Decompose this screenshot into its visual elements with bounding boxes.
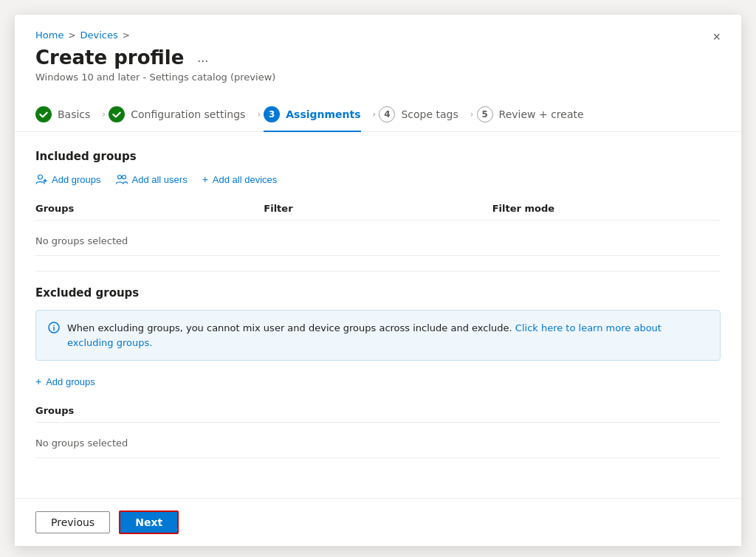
col-filter-mode: Filter mode [492, 203, 721, 214]
modal-footer: Previous Next [15, 498, 741, 546]
step-scope-circle: 4 [379, 106, 395, 122]
step-basics[interactable]: Basics [35, 97, 102, 131]
step-sep-2: › [257, 109, 261, 120]
ellipsis-button[interactable]: ... [193, 49, 213, 67]
step-configuration[interactable]: Configuration settings [109, 97, 257, 131]
add-excluded-groups-icon: + [35, 376, 41, 387]
excluded-groups-title: Excluded groups [35, 286, 721, 300]
add-groups-label: Add groups [52, 174, 101, 185]
page-title: Create profile [35, 46, 184, 69]
stepper: Basics › Configuration settings › 3 Assi… [15, 97, 741, 132]
svg-point-0 [38, 175, 43, 179]
section-divider [35, 271, 721, 271]
breadcrumb-sep1: > [68, 30, 75, 41]
step-assignments-label: Assignments [286, 108, 360, 120]
modal-content: Included groups Add groups Add [15, 132, 741, 498]
col-groups: Groups [35, 203, 264, 214]
step-assignments[interactable]: 3 Assignments [264, 97, 372, 131]
step-scope[interactable]: 4 Scope tags [379, 97, 470, 131]
step-sep-3: › [373, 109, 377, 120]
step-sep-1: › [102, 109, 106, 120]
step-review-circle: 5 [477, 106, 493, 122]
included-groups-actions: Add groups Add all users + Add all devic… [35, 173, 721, 185]
breadcrumb-devices[interactable]: Devices [80, 30, 117, 41]
step-sep-4: › [470, 109, 474, 120]
breadcrumb: Home > Devices > [35, 30, 721, 41]
step-basics-label: Basics [58, 108, 90, 120]
add-excluded-groups-button[interactable]: + Add groups [35, 376, 95, 387]
included-groups-table-header: Groups Filter Filter mode [35, 197, 721, 221]
svg-rect-5 [53, 325, 55, 327]
create-profile-modal: Home > Devices > Create profile ... Wind… [15, 15, 741, 546]
add-all-devices-label: Add all devices [213, 174, 277, 185]
previous-button[interactable]: Previous [35, 511, 110, 533]
add-all-users-button[interactable]: Add all users [116, 173, 188, 185]
add-all-users-icon [116, 173, 128, 185]
breadcrumb-sep2: > [123, 30, 130, 41]
excluded-groups-empty: No groups selected [35, 429, 721, 458]
included-groups-empty: No groups selected [35, 226, 721, 256]
info-icon [48, 322, 60, 336]
add-excluded-groups-label: Add groups [46, 376, 95, 387]
included-groups-title: Included groups [35, 150, 721, 163]
step-scope-label: Scope tags [401, 108, 458, 120]
excluded-groups-actions: + Add groups [35, 376, 721, 387]
add-groups-button[interactable]: Add groups [35, 173, 101, 185]
next-button[interactable]: Next [119, 511, 179, 534]
step-review-label: Review + create [499, 108, 584, 120]
col-filter: Filter [264, 203, 492, 214]
step-configuration-label: Configuration settings [131, 108, 245, 120]
add-all-devices-icon: + [202, 173, 208, 185]
excl-col-groups: Groups [35, 405, 721, 416]
close-button[interactable]: × [707, 27, 726, 48]
step-basics-circle [35, 106, 52, 122]
info-text: When excluding groups, you cannot mix us… [67, 321, 708, 350]
svg-point-1 [117, 176, 121, 179]
info-box: When excluding groups, you cannot mix us… [35, 310, 721, 361]
title-row: Create profile ... [35, 46, 721, 69]
svg-point-2 [122, 176, 126, 179]
breadcrumb-home[interactable]: Home [35, 30, 63, 41]
step-assignments-circle: 3 [264, 106, 280, 122]
step-configuration-circle [109, 106, 125, 122]
excluded-groups-table-header: Groups [35, 399, 721, 423]
add-all-devices-button[interactable]: + Add all devices [202, 173, 278, 185]
page-subtitle: Windows 10 and later - Settings catalog … [35, 72, 721, 83]
add-groups-icon [35, 173, 47, 185]
step-review[interactable]: 5 Review + create [477, 97, 596, 131]
add-all-users-label: Add all users [132, 174, 188, 185]
modal-header: Home > Devices > Create profile ... Wind… [15, 15, 741, 97]
svg-rect-4 [53, 327, 55, 331]
